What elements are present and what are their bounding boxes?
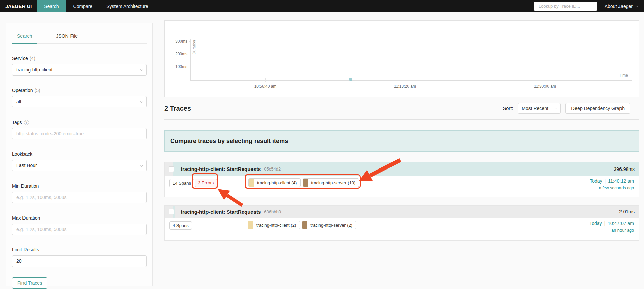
service-select[interactable]: tracing-http-client <box>12 64 147 76</box>
x-tick-1113: 11:13:20 am <box>385 84 425 89</box>
trace-1-span-count-pill: 14 Spans <box>169 179 194 187</box>
trace-1-duration: 396.98ms <box>614 166 635 172</box>
service-label: Service (4) <box>12 56 147 61</box>
y-tick-mark <box>189 67 191 67</box>
sort-select[interactable]: Most Recent <box>518 103 561 114</box>
operation-count: (5) <box>34 88 40 93</box>
trace-1-header[interactable]: tracing-http-client: StartRequests 05c54… <box>165 162 639 176</box>
jaeger-search-page: JAEGER UI Search Compare System Architec… <box>0 0 644 289</box>
nav-right-group: About Jaeger <box>534 0 644 12</box>
x-tick-1056: 10:56:40 am <box>245 84 285 89</box>
scatter-point-small[interactable] <box>349 78 352 81</box>
deep-dependency-graph-button[interactable]: Deep Dependency Graph <box>565 103 630 114</box>
limit-results-label: Limit Results <box>12 247 147 252</box>
trace-2-title[interactable]: tracing-http-client: StartRequests <box>181 209 261 215</box>
trace-2-date-link[interactable]: Today <box>589 221 602 226</box>
lookback-select[interactable]: Last Hour <box>12 160 147 171</box>
trace-1-date-link[interactable]: Today <box>590 178 602 184</box>
trace-1-time-link[interactable]: 11:40:12 am <box>608 178 634 184</box>
trace-1-body: 14 Spans 3 Errors tracing-http-client (4… <box>165 176 639 197</box>
operation-field: Operation (5) all <box>12 88 147 107</box>
chevron-down-icon <box>635 4 638 7</box>
min-duration-input-wrap <box>12 192 147 203</box>
separator: | <box>602 221 608 226</box>
x-tick-1130: 11:30:00 am <box>525 84 565 89</box>
service-color-swatch <box>249 179 254 187</box>
trace-2-span-count-pill: 4 Spans <box>169 221 192 230</box>
trace-id-search-box[interactable] <box>534 2 597 11</box>
trace-result-2[interactable]: tracing-http-client: StartRequests 636bb… <box>164 205 639 241</box>
limit-results-input-wrap <box>12 255 147 267</box>
trace-1-timestamp: Today|11:40:12 am a few seconds ago <box>590 178 634 190</box>
x-tick-mark <box>265 78 266 82</box>
nav-tab-search[interactable]: Search <box>37 0 66 12</box>
lookback-label: Lookback <box>12 151 147 157</box>
service-tag-client: tracing-http-client (2) <box>248 221 300 229</box>
lookback-field: Lookback Last Hour <box>12 151 147 171</box>
sidebar-tabs: Search JSON File <box>12 23 147 44</box>
tab-json-file[interactable]: JSON File <box>51 33 83 43</box>
tab-search[interactable]: Search <box>12 33 37 44</box>
service-count: (4) <box>30 56 35 61</box>
max-duration-field: Max Duration <box>12 215 147 235</box>
trace-1-checkbox[interactable] <box>169 166 174 172</box>
app-brand[interactable]: JAEGER UI <box>0 0 37 12</box>
x-axis-line <box>190 80 632 81</box>
toolbar-right-group: Sort: Most Recent Deep Dependency Graph <box>503 103 639 114</box>
min-duration-label: Min Duration <box>12 183 147 189</box>
service-color-swatch <box>302 221 307 229</box>
find-traces-button[interactable]: Find Traces <box>12 277 47 289</box>
y-tick-mark <box>189 54 191 54</box>
min-duration-field: Min Duration <box>12 183 147 203</box>
limit-results-field: Limit Results <box>12 247 147 267</box>
min-duration-input[interactable] <box>16 195 142 200</box>
y-tick-100ms: 100ms <box>173 64 187 69</box>
trace-1-title[interactable]: tracing-http-client: StartRequests <box>181 166 261 172</box>
trace-1-error-count-pill: 3 Errors <box>195 179 217 187</box>
service-color-swatch <box>248 221 253 229</box>
x-axis-label: Time <box>619 73 628 78</box>
compare-banner: Compare traces by selecting result items <box>164 130 639 152</box>
operation-select[interactable]: all <box>12 96 147 107</box>
nav-tab-system-architecture[interactable]: System Architecture <box>99 0 155 12</box>
nav-tab-compare[interactable]: Compare <box>66 0 100 12</box>
chevron-down-icon <box>140 68 143 71</box>
trace-2-checkbox[interactable] <box>169 209 174 214</box>
tags-label: Tags ? <box>12 119 147 125</box>
tags-input[interactable] <box>16 131 142 136</box>
top-nav: JAEGER UI Search Compare System Architec… <box>0 0 644 12</box>
trace-2-body: 4 Spans tracing-http-client (2) tracing-… <box>165 218 639 240</box>
traces-toolbar: 2 Traces Sort: Most Recent Deep Dependen… <box>164 97 639 120</box>
trace-2-time-link[interactable]: 10:47:07 am <box>608 221 634 226</box>
x-tick-mark <box>545 78 545 82</box>
operation-label: Operation (5) <box>12 88 147 93</box>
sort-value: Most Recent <box>522 106 548 111</box>
limit-results-input[interactable] <box>16 258 142 264</box>
tags-input-wrap <box>12 128 147 139</box>
trace-result-1[interactable]: tracing-http-client: StartRequests 05c54… <box>164 162 639 197</box>
about-jaeger-menu[interactable]: About Jaeger <box>605 4 637 9</box>
trace-2-duration: 2.01ms <box>619 209 635 214</box>
service-tag-server: tracing-http-server (10) <box>303 178 359 187</box>
y-tick-200ms: 200ms <box>173 52 187 56</box>
max-duration-input[interactable] <box>16 227 142 232</box>
max-duration-input-wrap <box>12 224 147 235</box>
y-axis-line <box>190 39 191 80</box>
y-axis-label: Duration <box>192 40 196 54</box>
y-tick-mark <box>189 41 191 42</box>
service-tag-server: tracing-http-server (2) <box>302 221 356 229</box>
tags-field: Tags ? <box>12 119 147 139</box>
y-tick-300ms: 300ms <box>173 39 187 44</box>
help-question-icon[interactable]: ? <box>24 120 29 125</box>
trace-id-search-input[interactable] <box>539 4 598 9</box>
trace-2-header[interactable]: tracing-http-client: StartRequests 636bb… <box>165 206 639 218</box>
service-field: Service (4) tracing-http-client <box>12 56 147 76</box>
search-sidebar: Search JSON File Service (4) tracing-htt… <box>6 23 153 286</box>
trace-count: 2 Traces <box>164 105 191 112</box>
service-value: tracing-http-client <box>16 67 52 73</box>
trace-2-relative-time: an hour ago <box>589 228 634 233</box>
sort-label: Sort: <box>503 106 513 111</box>
chevron-down-icon <box>140 163 143 167</box>
chevron-down-icon <box>140 100 143 103</box>
service-color-swatch <box>303 179 308 187</box>
